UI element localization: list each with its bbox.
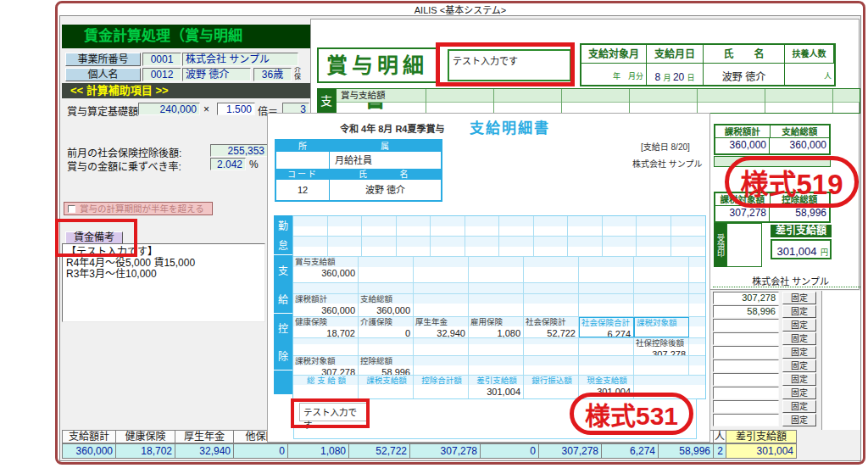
attendance-cell	[671, 237, 706, 256]
bottom-col-value: 18,702	[115, 443, 175, 459]
form519-pay-row-label: 賞与支給額	[337, 89, 860, 103]
grid-cell: 社会保険合計6,274	[579, 317, 634, 337]
grid-cell	[689, 283, 705, 293]
half-year-checkbox-row[interactable]: 賞与の計算期間が半年を超える	[64, 202, 213, 215]
fixed-value-field[interactable]	[713, 319, 779, 332]
right-table-value-row: 307,27858,996	[715, 206, 829, 221]
grid-cell-value: 307,278	[293, 366, 358, 375]
right-table-value: 360,000	[770, 138, 829, 153]
form531-name-row: 12 波野 徳介	[276, 180, 441, 200]
calc-section-header: << 計算補助項目 >>	[62, 83, 311, 98]
grid-row: 課税額計360,000支給総額360,000	[293, 294, 705, 317]
grid-cell	[414, 257, 469, 282]
grid-cell: 賞与支給額360,000	[293, 257, 359, 282]
multiply-sign: ×	[203, 103, 209, 115]
fixed-button[interactable]: 固定	[782, 373, 816, 386]
form531-note-annotation-rect	[291, 398, 370, 428]
grid-cell	[689, 317, 705, 337]
fixed-button[interactable]: 固定	[782, 332, 816, 345]
right-table-header: 課税額計	[715, 125, 771, 137]
grid-cell-value: 32,940	[414, 327, 468, 337]
form519-header-cell: 支給対象月	[581, 45, 647, 64]
grid-cell	[524, 294, 579, 316]
form519-stamp-area: 受領印	[714, 223, 762, 267]
half-year-checkbox[interactable]	[68, 205, 75, 213]
grid-row: 課税対象額307,278控除総額58,996	[293, 356, 705, 376]
grid-cell	[414, 294, 469, 316]
grid-cell: 社保控除後額307,278	[634, 338, 689, 355]
form519-header-cell: 氏 名	[704, 45, 785, 64]
grid-cell	[689, 338, 705, 355]
grid-row: 健康保険18,702介護保険0厚生年金32,940雇用保険1,080社会保険計5…	[293, 317, 705, 338]
form519-right-table1: 課税額計支給総額360,000360,000	[714, 124, 831, 155]
fixed-value-field[interactable]: 58,996	[713, 305, 779, 318]
summary-cell-label: 現金支給額	[579, 376, 633, 386]
grid-cell: 厚生年金32,940	[414, 317, 469, 337]
bottom-col-header: 支給額計	[62, 430, 116, 443]
fixed-value-field[interactable]	[713, 346, 779, 359]
fixed-button[interactable]: 固定	[782, 319, 816, 332]
bottom-col-value: 52,722	[348, 443, 410, 459]
fixed-value-field[interactable]	[713, 359, 779, 372]
section-label-payment: 支給	[274, 255, 292, 313]
fixed-button[interactable]: 固定	[782, 292, 816, 304]
multiplier-field[interactable]: 1.500	[217, 103, 255, 115]
attendance-cell	[328, 237, 363, 256]
bottom-col-header: 健康保険	[115, 430, 175, 443]
bottom-col-header: 差引支給額	[726, 430, 797, 443]
grid-cell	[293, 283, 359, 293]
fixed-value-field[interactable]	[713, 332, 779, 345]
office-name-field[interactable]: 株式会社 サンプル	[182, 53, 298, 66]
fixed-button[interactable]: 固定	[782, 387, 816, 399]
fixed-value-field[interactable]	[713, 373, 779, 386]
band-gridline	[493, 89, 494, 113]
fixed-button[interactable]: 固定	[782, 346, 816, 359]
rate-field[interactable]: 2.042	[210, 158, 246, 170]
form519-value-cell: 年 月分	[581, 64, 647, 85]
grid-cell-label: 課税額計	[293, 294, 358, 304]
form519-stamp-label: 受領印	[714, 223, 726, 267]
grid-cell: 課税対象額	[634, 317, 689, 337]
attendance-cell	[637, 237, 671, 256]
form519-note-annotation-rect	[436, 42, 575, 86]
office-number-field[interactable]: 0001	[142, 53, 181, 66]
fixed-value-field[interactable]	[713, 387, 779, 399]
form531-name-header: コード 氏 名	[276, 169, 441, 180]
prev-month-field[interactable]: 255,353	[210, 144, 268, 157]
attendance-cell	[603, 216, 637, 236]
section-label-char: 怠	[278, 237, 288, 252]
fixed-value-field[interactable]	[713, 414, 779, 426]
section-label-blank	[274, 370, 292, 394]
fixed-button[interactable]: 固定	[782, 359, 816, 372]
fixed-button[interactable]: 固定	[782, 400, 816, 413]
bonus-base-field[interactable]: 240,000	[138, 103, 200, 115]
form531-style-tag: 様式531	[570, 393, 693, 435]
grid-cell-value: 307,278	[634, 348, 688, 355]
grid-cell: 健康保険18,702	[293, 317, 359, 337]
section-label-attendance: 勤怠	[274, 215, 292, 254]
form519-company: 株式会社 サンプル	[714, 274, 829, 287]
summary-cell: 総 支 給 額	[293, 376, 359, 398]
fixed-button[interactable]: 固定	[782, 305, 816, 318]
grid-cell-value: 360,000	[293, 304, 358, 316]
person-number-field[interactable]: 0012	[142, 68, 181, 81]
grid-cell	[634, 257, 689, 282]
grid-cell-label: 支給総額	[359, 294, 413, 304]
system-title: AILIS <基本システム>	[55, 3, 865, 16]
bottom-col-value: 58,996	[658, 443, 714, 459]
grid-cell	[579, 294, 634, 316]
dept-code-cell	[276, 152, 330, 169]
fixed-value-field[interactable]: 307,278	[713, 292, 779, 304]
person-name-field[interactable]: 波野 徳介	[182, 68, 251, 81]
fixed-value-field[interactable]	[713, 400, 779, 413]
summary-cell: 銀行振込額	[524, 376, 579, 398]
screen: AILIS <基本システム> 賃金計算処理（賞与明細 事業所番号 0001 株式…	[0, 0, 868, 468]
form519-style-tag: 様式519	[725, 156, 859, 208]
grid-cell	[469, 338, 524, 355]
form531-company: 株式会社 サンプル	[632, 157, 702, 170]
grid-cell	[689, 257, 705, 282]
fixed-button[interactable]: 固定	[782, 414, 816, 426]
grid-cell-value: 1,080	[469, 327, 523, 337]
date-part: 日	[687, 74, 695, 82]
attendance-cell	[499, 216, 534, 236]
